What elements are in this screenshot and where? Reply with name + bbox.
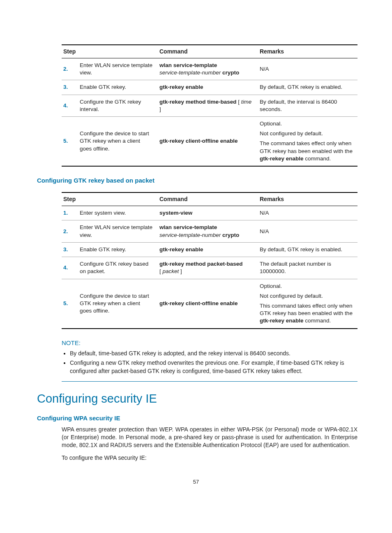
table-gtk-time: Step Command Remarks 2. Enter WLAN servi… — [62, 44, 357, 167]
th-remarks: Remarks — [258, 45, 357, 58]
command-cell: gtk-rekey client-offline enable — [158, 116, 258, 166]
command-cell: gtk-rekey enable — [158, 242, 258, 257]
command-cell: gtk-rekey method time-based [ time ] — [158, 95, 258, 116]
table-row: 1. Enter system view. system-view N/A — [62, 206, 357, 220]
remarks-cell: By default, the interval is 86400 second… — [258, 95, 357, 116]
section-title: Configuring security IE — [37, 391, 355, 407]
step-desc: Enter WLAN service template view. — [78, 220, 158, 242]
th-step: Step — [62, 192, 158, 206]
step-num: 5. — [62, 279, 78, 329]
table-row: 2. Enter WLAN service template view. wla… — [62, 220, 357, 242]
step-num: 2. — [62, 220, 78, 242]
th-command: Command — [158, 192, 258, 206]
step-num: 3. — [62, 242, 78, 257]
command-cell: wlan service-template service-template-n… — [158, 58, 258, 80]
remarks-cell: N/A — [258, 220, 357, 242]
remarks-cell: By default, GTK rekey is enabled. — [258, 80, 357, 95]
th-command: Command — [158, 45, 258, 58]
table-row: 3. Enable GTK rekey. gtk-rekey enable By… — [62, 80, 357, 95]
subheading-packet: Configuring GTK rekey based on packet — [37, 176, 355, 185]
remarks-cell: Optional. Not configured by default. Thi… — [258, 279, 357, 329]
note-item: Configuring a new GTK rekey method overw… — [70, 359, 357, 375]
command-cell: gtk-rekey enable — [158, 80, 258, 95]
command-cell: gtk-rekey client-offline enable — [158, 279, 258, 329]
table-row: 4. Configure the GTK rekey interval. gtk… — [62, 95, 357, 116]
remarks-cell: By default, GTK rekey is enabled. — [258, 242, 357, 257]
command-cell: wlan service-template service-template-n… — [158, 220, 258, 242]
command-cell: system-view — [158, 206, 258, 220]
th-step: Step — [62, 45, 158, 58]
step-num: 3. — [62, 80, 78, 95]
step-desc: Configure GTK rekey based on packet. — [78, 257, 158, 279]
note-item: By default, time-based GTK rekey is adop… — [70, 350, 357, 358]
step-num: 4. — [62, 95, 78, 116]
page-number: 57 — [37, 478, 355, 486]
step-desc: Enter system view. — [78, 206, 158, 220]
table-gtk-packet: Step Command Remarks 1. Enter system vie… — [62, 192, 357, 329]
table-row: 4. Configure GTK rekey based on packet. … — [62, 257, 357, 279]
step-desc: Configure the GTK rekey interval. — [78, 95, 158, 116]
step-desc: Enable GTK rekey. — [78, 242, 158, 257]
command-cell: gtk-rekey method packet-based [ packet ] — [158, 257, 258, 279]
note-label: NOTE: — [62, 339, 357, 347]
paragraph: To configure the WPA security IE: — [62, 454, 357, 462]
table-row: 2. Enter WLAN service template view. wla… — [62, 58, 357, 80]
table-row: 3. Enable GTK rekey. gtk-rekey enable By… — [62, 242, 357, 257]
step-num: 4. — [62, 257, 78, 279]
remarks-cell: The default packet number is 10000000. — [258, 257, 357, 279]
step-num: 5. — [62, 116, 78, 166]
step-desc: Configure the device to start GTK rekey … — [78, 116, 158, 166]
remarks-cell: N/A — [258, 206, 357, 220]
remarks-cell: N/A — [258, 58, 357, 80]
paragraph: WPA ensures greater protection than WEP.… — [62, 426, 357, 449]
th-remarks: Remarks — [258, 192, 357, 206]
step-num: 2. — [62, 58, 78, 80]
step-desc: Enter WLAN service template view. — [78, 58, 158, 80]
note-block: NOTE: By default, time-based GTK rekey i… — [62, 339, 357, 382]
step-desc: Configure the device to start GTK rekey … — [78, 279, 158, 329]
table-row: 5. Configure the device to start GTK rek… — [62, 116, 357, 166]
step-desc: Enable GTK rekey. — [78, 80, 158, 95]
remarks-cell: Optional. Not configured by default. The… — [258, 116, 357, 166]
table-row: 5. Configure the device to start GTK rek… — [62, 279, 357, 329]
step-num: 1. — [62, 206, 78, 220]
subheading-wpa: Configuring WPA security IE — [37, 414, 355, 422]
